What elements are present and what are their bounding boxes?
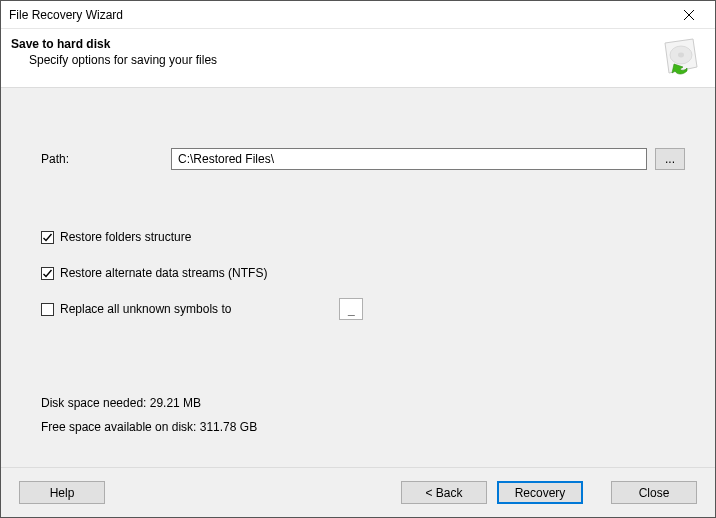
restore-ads-label: Restore alternate data streams (NTFS) <box>60 266 267 280</box>
recovery-button[interactable]: Recovery <box>497 481 583 504</box>
restore-ads-checkbox[interactable] <box>41 267 54 280</box>
wizard-body: Path: ... Restore folders structure Rest… <box>1 88 715 467</box>
back-button-label: < Back <box>425 486 462 500</box>
close-button-label: Close <box>639 486 670 500</box>
close-button[interactable]: Close <box>611 481 697 504</box>
disk-space-needed: Disk space needed: 29.21 MB <box>41 396 697 410</box>
path-label: Path: <box>41 152 171 166</box>
header-text: Save to hard disk Specify options for sa… <box>11 37 661 67</box>
help-button-label: Help <box>50 486 75 500</box>
restore-ads-row: Restore alternate data streams (NTFS) <box>41 264 697 282</box>
replace-symbols-label: Replace all unknown symbols to <box>60 302 231 316</box>
replace-symbols-checkbox[interactable] <box>41 303 54 316</box>
close-icon <box>684 10 694 20</box>
restore-folders-row: Restore folders structure <box>41 228 697 246</box>
replace-symbols-value: _ <box>348 302 355 316</box>
hard-disk-recovery-icon <box>661 37 701 77</box>
path-row: Path: ... <box>41 148 685 170</box>
help-button[interactable]: Help <box>19 481 105 504</box>
window-title: File Recovery Wizard <box>9 8 669 22</box>
titlebar: File Recovery Wizard <box>1 1 715 29</box>
back-button[interactable]: < Back <box>401 481 487 504</box>
recovery-button-label: Recovery <box>515 486 566 500</box>
path-input[interactable] <box>171 148 647 170</box>
window-close-button[interactable] <box>669 2 709 28</box>
svg-point-3 <box>678 53 684 58</box>
restore-folders-checkbox[interactable] <box>41 231 54 244</box>
checkmark-icon <box>42 268 53 279</box>
header-subtitle: Specify options for saving your files <box>11 53 661 67</box>
wizard-footer: Help < Back Recovery Close <box>1 467 715 517</box>
checkmark-icon <box>42 232 53 243</box>
replace-symbols-input[interactable]: _ <box>339 298 363 320</box>
replace-symbols-row: Replace all unknown symbols to _ <box>41 300 697 318</box>
options-group: Restore folders structure Restore altern… <box>41 228 697 318</box>
wizard-window: File Recovery Wizard Save to hard disk S… <box>0 0 716 518</box>
disk-space-free: Free space available on disk: 311.78 GB <box>41 420 697 434</box>
header-title: Save to hard disk <box>11 37 661 51</box>
disk-stats: Disk space needed: 29.21 MB Free space a… <box>41 396 697 434</box>
wizard-header: Save to hard disk Specify options for sa… <box>1 29 715 88</box>
restore-folders-label: Restore folders structure <box>60 230 191 244</box>
browse-button[interactable]: ... <box>655 148 685 170</box>
browse-button-label: ... <box>665 152 675 166</box>
